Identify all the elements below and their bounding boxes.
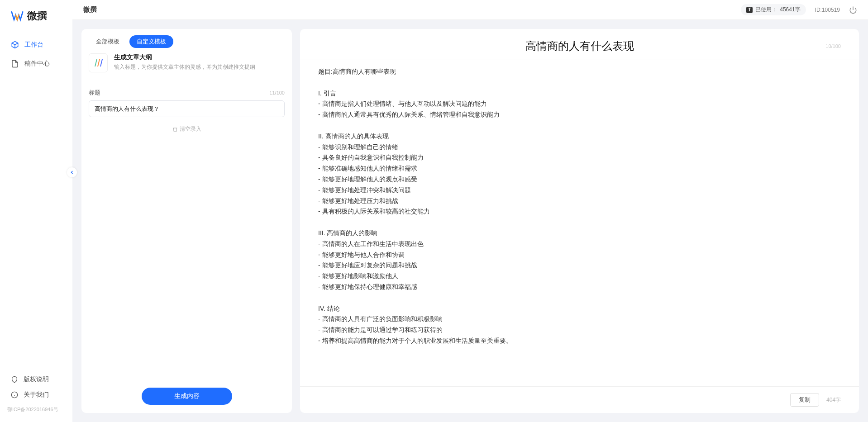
footer-label: 关于我们 (24, 391, 49, 399)
t-icon: T (746, 7, 753, 13)
workspace: 全部模板 自定义模板 生成文章大纲 输入标题，为你提供文章主体的灵感，并为其创建… (72, 20, 868, 422)
right-panel: 高情商的人有什么表现 10/100 题目:高情商的人有哪些表现 I. 引言 - … (300, 29, 859, 413)
icp-text: 鄂ICP备2022016946号 (0, 403, 72, 413)
field-label: 标题 (89, 89, 100, 97)
tab-custom[interactable]: 自定义模板 (129, 35, 173, 48)
power-icon[interactable] (849, 6, 857, 14)
title-input[interactable] (89, 100, 285, 117)
nav-label: 稿件中心 (24, 60, 50, 68)
tabs: 全部模板 自定义模板 (81, 29, 292, 53)
chevron-left-icon (69, 170, 75, 175)
nav-drafts[interactable]: 稿件中心 (7, 55, 65, 72)
usage-prefix: 已使用： (755, 6, 777, 14)
topbar-right: T 已使用：45641字 ID:100519 (741, 4, 857, 15)
left-panel: 全部模板 自定义模板 生成文章大纲 输入标题，为你提供文章主体的灵感，并为其创建… (81, 29, 292, 413)
nav-label: 工作台 (24, 41, 43, 49)
main: 微撰 T 已使用：45641字 ID:100519 全部模板 自定义模板 生成文… (72, 0, 868, 422)
usage-badge[interactable]: T 已使用：45641字 (741, 4, 806, 15)
output-title: 高情商的人有什么表现 (525, 39, 634, 53)
footer-about[interactable]: 关于我们 (7, 387, 65, 403)
nav: 工作台 稿件中心 (0, 36, 72, 372)
template-icon (89, 53, 108, 72)
tab-all[interactable]: 全部模板 (89, 35, 127, 48)
footer-label: 版权说明 (24, 375, 49, 384)
output-body[interactable]: 题目:高情商的人有哪些表现 I. 引言 - 高情商是指人们处理情绪、与他人互动以… (300, 60, 859, 386)
template-title: 生成文章大纲 (114, 53, 285, 62)
info-icon (11, 391, 18, 398)
clear-label: 清空录入 (180, 125, 201, 133)
document-icon (11, 60, 19, 68)
field-block: 标题 11/100 (81, 80, 292, 117)
nav-workbench[interactable]: 工作台 (7, 36, 65, 53)
logo-text: 微撰 (27, 9, 47, 23)
clear-button[interactable]: 清空录入 (81, 117, 292, 141)
template-desc: 输入标题，为你提供文章主体的灵感，并为其创建推文提纲 (114, 63, 285, 71)
usage-value: 45641字 (780, 6, 800, 14)
cube-icon (11, 41, 19, 49)
field-count: 11/100 (269, 90, 285, 95)
collapse-button[interactable] (67, 167, 77, 177)
word-count: 404字 (826, 396, 841, 404)
logo: 微撰 (0, 9, 72, 36)
template-info: 生成文章大纲 输入标题，为你提供文章主体的灵感，并为其创建推文提纲 (114, 53, 285, 71)
trash-icon (172, 127, 178, 132)
topbar-title: 微撰 (83, 5, 97, 14)
output-head: 高情商的人有什么表现 10/100 (300, 29, 859, 60)
logo-icon (11, 9, 24, 22)
topbar: 微撰 T 已使用：45641字 ID:100519 (72, 0, 868, 20)
generate-button[interactable]: 生成内容 (142, 388, 232, 405)
template-card: 生成文章大纲 输入标题，为你提供文章主体的灵感，并为其创建推文提纲 (81, 53, 292, 80)
output-footer: 复制 404字 (300, 386, 859, 413)
sidebar: 微撰 工作台 稿件中心 版权说明 关于我们 鄂ICP备2022016946号 (0, 0, 72, 422)
footer-nav: 版权说明 关于我们 (0, 372, 72, 403)
generate-bar: 生成内容 (81, 379, 292, 413)
shield-icon (11, 376, 18, 383)
footer-copyright[interactable]: 版权说明 (7, 372, 65, 387)
copy-button[interactable]: 复制 (790, 393, 819, 407)
output-title-count: 10/100 (825, 43, 841, 49)
user-id: ID:100519 (815, 7, 840, 13)
